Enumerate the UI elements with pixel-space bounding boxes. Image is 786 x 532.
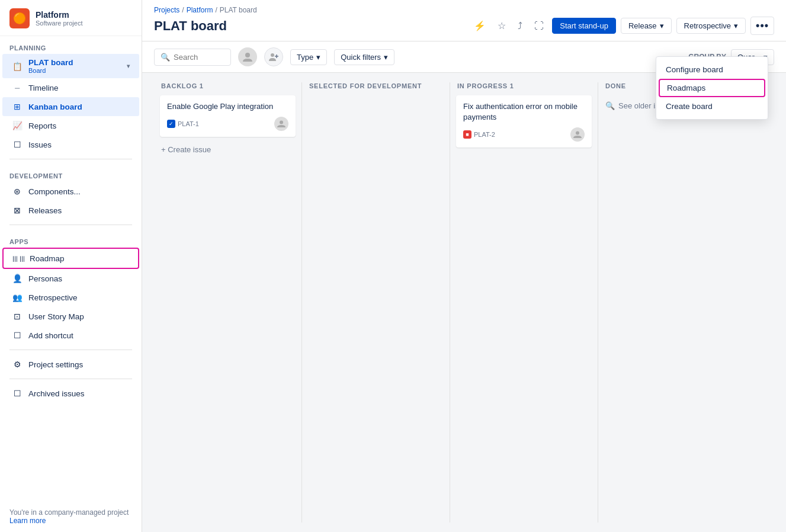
breadcrumb: Projects / Platform / PLAT board (154, 0, 774, 17)
app-logo: 🟠 (9, 8, 30, 28)
svg-point-5 (576, 132, 579, 135)
lightning-button[interactable]: ⚡ (470, 18, 489, 34)
type-chevron-icon: ▾ (316, 53, 320, 62)
dropdown-item-roadmaps[interactable]: Roadmaps (659, 79, 765, 97)
search-icon: 🔍 (161, 53, 170, 62)
card-title-plat-2: Fix authentication error on mobile payme… (463, 101, 585, 123)
user-story-map-label: User Story Map (28, 312, 84, 321)
card-tag-plat-2: ■ PLAT-2 (463, 130, 495, 139)
issues-icon: ☐ (12, 139, 23, 150)
sidebar-item-user-story-map[interactable]: ⊡ User Story Map (2, 307, 139, 326)
more-button[interactable]: ••• (750, 17, 774, 35)
column-header-selected: SELECTED FOR DEVELOPMENT (308, 82, 444, 95)
retrospective-label: Retrospective (28, 293, 78, 302)
divider-2 (9, 225, 132, 225)
learn-more-link[interactable]: Learn more (9, 517, 46, 525)
components-label: Components... (28, 187, 81, 196)
card-plat-2: Fix authentication error on mobile payme… (456, 95, 592, 148)
sidebar: 🟠 Platform Software project PLANNING 📋 P… (0, 0, 142, 532)
card-id-plat-2: PLAT-2 (474, 131, 495, 138)
roadmap-icon: ⫼⫼ (13, 253, 24, 264)
tag-icon-blue: ✓ (167, 120, 175, 128)
quick-filters-chevron-icon: ▾ (384, 53, 388, 62)
release-button[interactable]: Release ▾ (621, 18, 672, 34)
sidebar-item-components[interactable]: ⊛ Components... (2, 182, 139, 201)
column-done: DONE 🔍 See older issues (598, 82, 746, 523)
type-filter-button[interactable]: Type ▾ (290, 49, 327, 65)
configure-board-label: Configure board (666, 65, 723, 74)
group-avatar-button[interactable] (264, 47, 283, 66)
create-issue-label: + Create issue (161, 145, 211, 154)
svg-point-0 (245, 53, 250, 57)
card-footer-plat-1: ✓ PLAT-1 (167, 117, 288, 131)
divider-1 (9, 159, 132, 159)
chevron-down-icon: ▾ (127, 63, 130, 69)
avatar-button[interactable] (238, 47, 257, 66)
search-input[interactable] (174, 53, 221, 62)
breadcrumb-plat-board: PLAT board (220, 6, 257, 14)
column-inprogress: IN PROGRESS 1 Fix authentication error o… (450, 82, 598, 523)
plat-board-label: PLAT board (28, 58, 73, 67)
sidebar-item-releases[interactable]: ⊠ Releases (2, 201, 139, 220)
development-label: DEVELOPMENT (0, 164, 142, 182)
components-icon: ⊛ (12, 186, 23, 197)
star-button[interactable]: ☆ (494, 18, 509, 34)
releases-icon: ⊠ (12, 205, 23, 216)
timeline-icon: ⏤ (12, 82, 23, 93)
company-notice: You're in a company-managed project (9, 508, 132, 517)
divider-4 (9, 379, 132, 379)
breadcrumb-platform[interactable]: Platform (187, 6, 213, 14)
sidebar-item-reports[interactable]: 📈 Reports (2, 116, 139, 135)
sidebar-item-personas[interactable]: 👤 Personas (2, 269, 139, 288)
card-avatar-plat-2 (570, 127, 585, 142)
board-icon: 📋 (12, 61, 23, 72)
project-name: Platform (36, 10, 82, 20)
sidebar-item-retrospective[interactable]: 👥 Retrospective (2, 288, 139, 307)
type-label: Type (297, 53, 313, 62)
apps-label: Apps (0, 230, 142, 248)
topbar: Projects / Platform / PLAT board PLAT bo… (142, 0, 786, 41)
start-standup-button[interactable]: Start stand-up (552, 18, 616, 34)
sidebar-item-add-shortcut[interactable]: ☐ Add shortcut (2, 326, 139, 345)
column-selected: SELECTED FOR DEVELOPMENT (302, 82, 450, 523)
card-plat-1: Enable Google Play integration ✓ PLAT-1 (160, 95, 296, 137)
add-shortcut-label: Add shortcut (28, 331, 73, 340)
breadcrumb-sep-1: / (182, 6, 184, 14)
expand-button[interactable]: ⛶ (531, 18, 547, 34)
project-type: Software project (36, 20, 82, 27)
breadcrumb-projects[interactable]: Projects (154, 6, 179, 14)
card-id-plat-1: PLAT-1 (178, 120, 199, 127)
roadmap-label: Roadmap (30, 254, 65, 263)
create-issue-button[interactable]: + Create issue (160, 142, 296, 158)
share-button[interactable]: ⤴ (514, 18, 526, 34)
archived-icon: ☐ (12, 388, 23, 399)
add-shortcut-icon: ☐ (12, 330, 23, 341)
sidebar-item-project-settings[interactable]: ⚙ Project settings (2, 355, 139, 374)
project-settings-label: Project settings (28, 360, 83, 369)
board: BACKLOG 1 Enable Google Play integration… (142, 73, 786, 532)
quick-filters-button[interactable]: Quick filters ▾ (334, 49, 394, 65)
quick-filters-label: Quick filters (341, 53, 381, 62)
search-box[interactable]: 🔍 (154, 49, 231, 66)
dropdown-item-create-board[interactable]: Create board (656, 97, 768, 116)
column-header-backlog: BACKLOG 1 (160, 82, 296, 95)
retrospective-button[interactable]: Retrospective ▾ (676, 18, 746, 34)
roadmaps-label: Roadmaps (667, 84, 705, 92)
plat-board-sub: Board (28, 67, 73, 74)
sidebar-item-kanban[interactable]: ⊞ Kanban board (2, 97, 139, 116)
personas-label: Personas (28, 274, 62, 283)
create-board-label: Create board (666, 102, 713, 111)
reports-label: Reports (28, 121, 56, 130)
sidebar-item-plat-board[interactable]: 📋 PLAT board Board ▾ (2, 54, 139, 78)
kanban-label: Kanban board (28, 102, 82, 111)
card-title-plat-1: Enable Google Play integration (167, 101, 288, 112)
release-chevron-icon: ▾ (660, 21, 664, 30)
breadcrumb-sep-2: / (215, 6, 217, 14)
column-backlog: BACKLOG 1 Enable Google Play integration… (154, 82, 302, 523)
sidebar-item-roadmap[interactable]: ⫼⫼ Roadmap (2, 248, 139, 269)
sidebar-item-timeline[interactable]: ⏤ Timeline (2, 78, 139, 97)
retrospective-icon: 👥 (12, 292, 23, 303)
sidebar-item-archived-issues[interactable]: ☐ Archived issues (2, 384, 139, 403)
sidebar-item-issues[interactable]: ☐ Issues (2, 135, 139, 154)
dropdown-item-configure-board[interactable]: Configure board (656, 60, 768, 79)
